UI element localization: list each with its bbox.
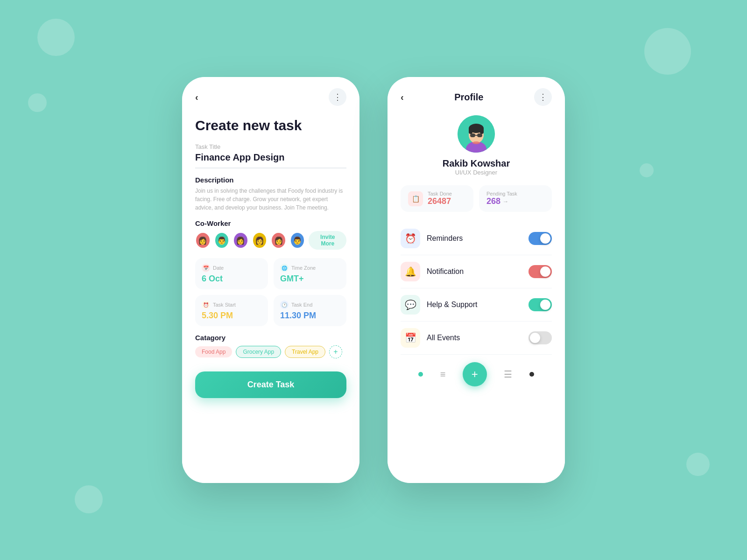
timezone-label: Time Zone [291, 265, 316, 271]
page-title: Create new task [195, 117, 346, 134]
task-done-value: 26487 [428, 196, 452, 206]
nav-menu-icon[interactable]: ≡ [440, 369, 446, 380]
bottom-nav: ≡ + ☰ [401, 355, 552, 396]
nav-home-indicator[interactable] [418, 372, 423, 377]
add-category-button[interactable]: + [329, 345, 342, 358]
nav-fab-button[interactable]: + [463, 362, 487, 386]
profile-more-button[interactable]: ⋮ [534, 88, 552, 106]
profile-phone: ‹ Profile ⋮ [388, 77, 565, 483]
pending-arrow-icon: → [502, 198, 508, 205]
pending-task-card: Pending Task 268 → [479, 185, 552, 212]
profile-title: Profile [404, 92, 534, 103]
profile-name: Rakib Kowshar [401, 158, 552, 169]
svg-rect-8 [477, 133, 482, 137]
date-value: 6 Oct [202, 274, 261, 284]
task-title-value: Finance App Design [195, 152, 346, 168]
all-events-label: All Events [427, 334, 529, 342]
task-end-label: Task End [291, 302, 312, 308]
avatar-illustration [458, 115, 495, 153]
task-done-icon: 📋 [408, 191, 423, 206]
category-section: Catagory Food App Grocery App Travel App… [195, 334, 346, 358]
nav-list-icon[interactable]: ☰ [504, 369, 512, 380]
avatar-section: Rakib Kowshar UI/UX Designer [401, 115, 552, 176]
all-events-icon: 📅 [401, 328, 420, 348]
chip-food-app[interactable]: Food App [195, 346, 232, 357]
task-done-card: 📋 Task Done 26487 [401, 185, 473, 212]
task-title-label: Task Title [195, 143, 346, 150]
nav-profile-indicator[interactable] [529, 372, 534, 377]
reminders-icon: ⏰ [401, 229, 420, 248]
time-grid: 📅 Date 6 Oct 🌐 Time Zone GMT+ [195, 258, 346, 326]
avatar-4: 👩 [252, 232, 268, 249]
svg-point-10 [472, 141, 480, 144]
notification-row: 🔔 Notification [401, 255, 552, 288]
description-text: Join us in solving the challenges that F… [195, 187, 346, 212]
chip-travel-app[interactable]: Travel App [285, 346, 325, 358]
avatar-1: 👩 [195, 232, 211, 249]
help-support-toggle[interactable] [529, 298, 552, 311]
profile-role: UI/UX Designer [401, 169, 552, 176]
create-task-phone: ‹ ⋮ Create new task Task Title Finance A… [182, 77, 359, 483]
all-events-toggle[interactable] [529, 331, 552, 344]
svg-rect-5 [469, 127, 472, 134]
phones-container: ‹ ⋮ Create new task Task Title Finance A… [182, 77, 565, 483]
reminders-row: ⏰ Reminders [401, 222, 552, 255]
coworker-section: Co-Worker 👩 👨 👩 👩 👩 [195, 219, 346, 250]
avatar-5: 👩 [271, 232, 286, 249]
profile-back-button[interactable]: ‹ [401, 92, 404, 103]
category-label: Catagory [195, 334, 346, 342]
more-button[interactable]: ⋮ [329, 88, 346, 106]
task-end-value: 11.30 PM [280, 311, 340, 321]
date-label: Date [213, 265, 224, 271]
help-support-icon: 💬 [401, 295, 420, 315]
svg-rect-6 [480, 127, 484, 134]
help-support-label: Help & Support [427, 301, 529, 309]
notification-label: Notification [427, 267, 529, 276]
avatar-6: 👨 [290, 232, 305, 249]
pending-task-label: Pending Task [486, 191, 517, 196]
profile-header: ‹ Profile ⋮ [401, 88, 552, 106]
back-button[interactable]: ‹ [195, 92, 198, 103]
help-support-row: 💬 Help & Support [401, 288, 552, 322]
timezone-value: GMT+ [280, 274, 340, 284]
timezone-card[interactable]: 🌐 Time Zone GMT+ [274, 258, 346, 289]
create-task-button[interactable]: Create Task [195, 371, 346, 398]
reminders-toggle[interactable] [529, 232, 552, 245]
profile-avatar [458, 115, 495, 153]
all-events-row: 📅 All Events [401, 322, 552, 355]
task-end-card[interactable]: 🕐 Task End 11.30 PM [274, 295, 346, 326]
task-start-value: 5.30 PM [202, 311, 261, 321]
date-card[interactable]: 📅 Date 6 Oct [195, 258, 268, 289]
notification-toggle[interactable] [529, 265, 552, 278]
svg-rect-7 [470, 133, 475, 137]
coworker-label: Co-Worker [195, 219, 346, 227]
task-start-card[interactable]: ⏰ Task Start 5.30 PM [195, 295, 268, 326]
pending-task-value: 268 [486, 196, 500, 206]
task-start-label: Task Start [213, 302, 236, 308]
category-chips: Food App Grocery App Travel App + [195, 345, 346, 358]
invite-more-button[interactable]: Invite More [309, 231, 346, 250]
avatar-row: 👩 👨 👩 👩 👩 👨 [195, 231, 346, 250]
left-phone-header: ‹ ⋮ [195, 88, 346, 106]
task-done-label: Task Done [428, 191, 452, 196]
stats-row: 📋 Task Done 26487 Pending Task 268 → [401, 185, 552, 212]
reminders-label: Reminders [427, 234, 529, 243]
description-label: Description [195, 176, 346, 184]
avatar-3: 👩 [233, 232, 248, 249]
avatar-2: 👨 [214, 232, 230, 249]
notification-icon: 🔔 [401, 262, 420, 281]
chip-grocery-app[interactable]: Grocery App [236, 346, 281, 358]
